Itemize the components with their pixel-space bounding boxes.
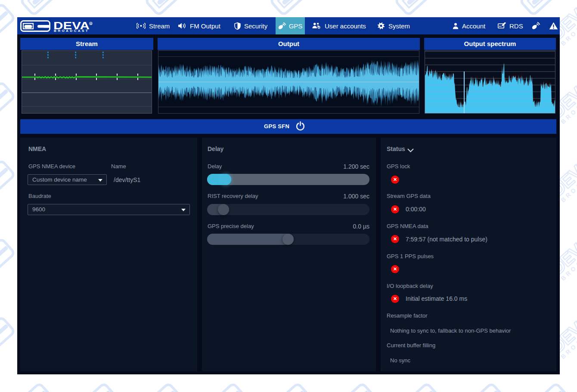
svg-text:BROADCAST: BROADCAST <box>54 29 89 32</box>
svg-text:R: R <box>90 22 92 25</box>
